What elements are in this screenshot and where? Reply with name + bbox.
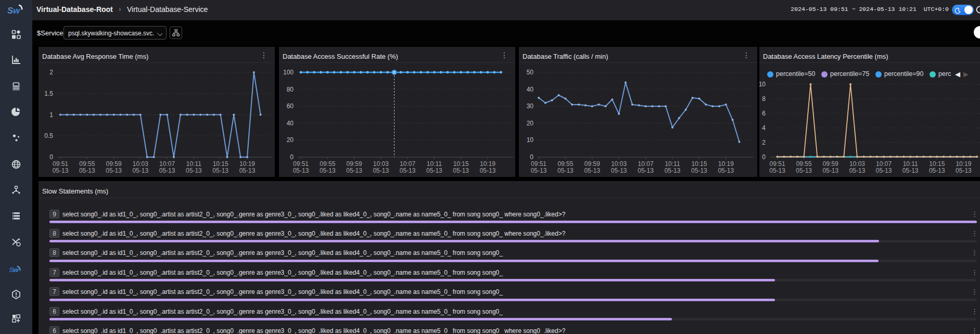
svg-text:20: 20 [287, 136, 294, 144]
svg-text:09:51: 09:51 [531, 160, 546, 168]
svg-text:10:15: 10:15 [691, 160, 707, 168]
svg-text:05-13: 05-13 [769, 167, 785, 174]
svg-text:10:07: 10:07 [159, 160, 175, 168]
svg-text:6: 6 [762, 110, 766, 117]
svg-text:10:15: 10:15 [213, 160, 228, 168]
svg-text:20: 20 [527, 120, 534, 127]
svg-text:0: 0 [530, 153, 533, 161]
svg-text:05-13: 05-13 [584, 167, 600, 174]
svg-text:05-13: 05-13 [320, 167, 336, 174]
svg-text:0: 0 [290, 153, 294, 161]
svg-text:05-13: 05-13 [132, 167, 148, 174]
svg-text:05-13: 05-13 [480, 167, 496, 174]
svg-text:10:11: 10:11 [665, 160, 680, 168]
svg-text:05-13: 05-13 [159, 167, 175, 174]
svg-text:30: 30 [527, 102, 534, 110]
svg-text:05-13: 05-13 [453, 167, 469, 174]
svg-text:05-13: 05-13 [718, 167, 734, 174]
svg-text:05-13: 05-13 [106, 167, 122, 174]
svg-text:w: w [13, 6, 21, 16]
svg-text:100: 100 [283, 69, 294, 76]
svg-text:09:55: 09:55 [79, 160, 95, 168]
svg-text:1: 1 [49, 111, 53, 119]
svg-text:05-13: 05-13 [665, 167, 681, 174]
svg-text:09:59: 09:59 [823, 160, 838, 168]
svg-text:10:03: 10:03 [373, 160, 389, 168]
svg-text:4: 4 [762, 124, 766, 132]
svg-text:09:51: 09:51 [293, 160, 309, 168]
svg-text:10:07: 10:07 [876, 160, 892, 168]
svg-text:10:03: 10:03 [611, 160, 627, 168]
svg-text:05-13: 05-13 [346, 167, 362, 174]
svg-text:09:55: 09:55 [320, 160, 335, 168]
svg-text:05-13: 05-13 [876, 167, 892, 174]
svg-text:10:19: 10:19 [239, 160, 255, 168]
svg-text:05-13: 05-13 [293, 167, 309, 174]
svg-text:05-13: 05-13 [239, 167, 256, 174]
svg-text:60: 60 [287, 102, 294, 110]
svg-text:05-13: 05-13 [79, 167, 95, 174]
svg-text:05-13: 05-13 [53, 167, 69, 174]
svg-text:10:03: 10:03 [849, 160, 865, 168]
svg-text:05-13: 05-13 [212, 167, 228, 174]
svg-text:10: 10 [527, 136, 534, 144]
svg-text:10:19: 10:19 [956, 160, 971, 168]
svg-text:05-13: 05-13 [796, 167, 812, 174]
svg-text:05-13: 05-13 [956, 167, 972, 174]
svg-text:09:55: 09:55 [796, 160, 812, 168]
svg-text:2: 2 [49, 69, 53, 76]
svg-text:09:59: 09:59 [106, 160, 122, 168]
svg-text:0.5: 0.5 [44, 132, 53, 139]
svg-text:05-13: 05-13 [929, 167, 945, 174]
svg-text:10:11: 10:11 [427, 160, 442, 168]
svg-text:1.5: 1.5 [44, 90, 53, 97]
svg-text:05-13: 05-13 [531, 167, 547, 174]
svg-text:80: 80 [287, 86, 294, 93]
svg-text:09:51: 09:51 [770, 160, 785, 168]
svg-text:05-13: 05-13 [373, 167, 389, 174]
svg-text:10:19: 10:19 [480, 160, 495, 168]
svg-text:10:11: 10:11 [903, 160, 918, 168]
svg-text:50: 50 [527, 69, 534, 76]
svg-text:10:07: 10:07 [638, 160, 654, 168]
svg-text:05-13: 05-13 [611, 167, 627, 174]
svg-text:40: 40 [287, 120, 294, 127]
svg-text:10: 10 [759, 81, 766, 88]
svg-text:10:07: 10:07 [400, 160, 415, 168]
svg-text:05-13: 05-13 [400, 167, 416, 174]
svg-text:0: 0 [762, 153, 766, 161]
svg-text:09:59: 09:59 [584, 160, 600, 168]
svg-text:05-13: 05-13 [691, 167, 707, 174]
svg-text:09:55: 09:55 [557, 160, 573, 168]
svg-text:05-13: 05-13 [557, 167, 574, 174]
svg-text:05-13: 05-13 [638, 167, 654, 174]
svg-text:40: 40 [527, 86, 534, 93]
svg-text:0: 0 [49, 153, 53, 161]
svg-text:10:19: 10:19 [718, 160, 734, 168]
svg-text:05-13: 05-13 [186, 167, 202, 174]
svg-text:09:59: 09:59 [347, 160, 362, 168]
svg-text:05-13: 05-13 [822, 167, 838, 174]
svg-text:09:51: 09:51 [53, 160, 68, 168]
svg-text:10:15: 10:15 [929, 160, 945, 168]
svg-text:10:11: 10:11 [186, 160, 201, 168]
svg-text:05-13: 05-13 [426, 167, 442, 174]
svg-text:10:15: 10:15 [453, 160, 469, 168]
svg-text:2: 2 [762, 139, 766, 146]
svg-text:05-13: 05-13 [902, 167, 919, 174]
svg-text:10:03: 10:03 [133, 160, 148, 168]
svg-text:05-13: 05-13 [849, 167, 866, 174]
svg-text:8: 8 [762, 95, 766, 102]
